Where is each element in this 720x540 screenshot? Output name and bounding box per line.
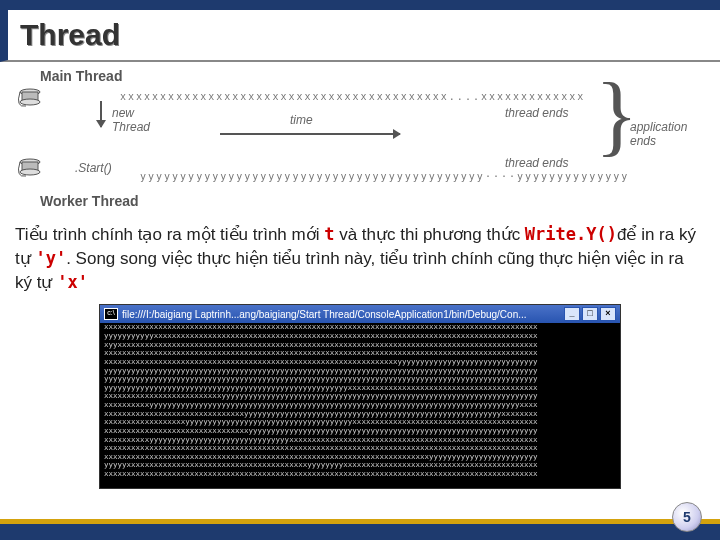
svg-point-5 <box>20 169 40 175</box>
close-button[interactable]: × <box>600 307 616 321</box>
main-thread-label: Main Thread <box>40 68 122 84</box>
text: và thực thi phương thức <box>334 225 524 244</box>
minimize-button[interactable]: _ <box>564 307 580 321</box>
text: . Song song việc thực hiện tiểu trình nà… <box>15 249 684 292</box>
description-text: Tiểu trình chính tạo ra một tiểu trình m… <box>0 218 720 304</box>
text: Tiểu trình chính tạo ra một tiểu trình m… <box>15 225 324 244</box>
console-path: file:///I:/baigiang Laptrinh...ang/baigi… <box>122 309 527 320</box>
start-label: .Start() <box>75 161 112 175</box>
arrow-right-icon <box>220 133 400 135</box>
yyy-line: yyyyyyyyyyyyyyyyyyyyyyyyyyyyyyyyyyyyyyyy… <box>140 171 629 182</box>
code-y: 'y' <box>35 248 66 268</box>
page-number: 5 <box>672 502 702 532</box>
brace-icon: } <box>595 63 638 166</box>
maximize-button[interactable]: □ <box>582 307 598 321</box>
cmd-icon: c:\ <box>104 308 118 320</box>
new-thread-label: new Thread <box>112 106 150 134</box>
console-window: c:\ file:///I:/baigiang Laptrinh...ang/b… <box>99 304 621 489</box>
footer: 5 <box>0 519 720 540</box>
bottom-bar <box>0 524 720 540</box>
worker-thread-label: Worker Thread <box>40 193 139 209</box>
top-bar <box>0 0 720 10</box>
thread-ends-1: thread ends <box>505 106 568 120</box>
xxx-line: xxxxxxxxxxxxxxxxxxxxxxxxxxxxxxxxxxxxxxxx… <box>120 91 585 102</box>
page-title: Thread <box>0 10 720 62</box>
console-titlebar: c:\ file:///I:/baigiang Laptrinh...ang/b… <box>100 305 620 323</box>
console-line: xxxxxxxxxxxxxxxxxxxxxxxxxxxxxxxxxxxxxxxx… <box>104 470 616 479</box>
code-x: 'x' <box>57 272 88 292</box>
arrow-down-icon <box>100 101 102 127</box>
thread-diagram: Main Thread xxxxxxxxxxxxxxxxxxxxxxxxxxxx… <box>0 68 720 218</box>
console-output: xxxxxxxxxxxxxxxxxxxxxxxxxxxxxxxxxxxxxxxx… <box>100 323 620 488</box>
code-writey: Write.Y() <box>525 224 617 244</box>
app-ends-label: application ends <box>630 120 687 148</box>
spool-icon <box>18 88 42 108</box>
thread-ends-2: thread ends <box>505 156 568 170</box>
svg-point-2 <box>20 99 40 105</box>
time-label: time <box>290 113 313 127</box>
code-t: t <box>324 224 334 244</box>
window-buttons: _ □ × <box>564 307 616 321</box>
spool-icon <box>18 158 42 178</box>
